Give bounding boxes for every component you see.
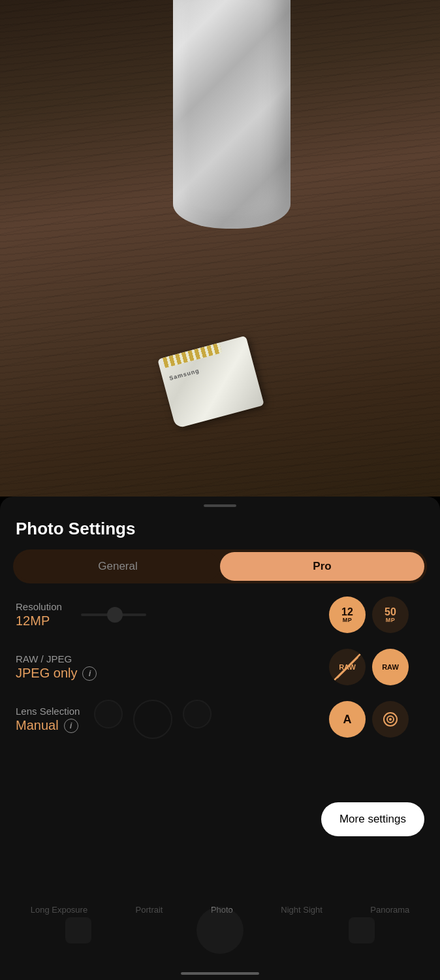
raw-btn[interactable]: RAW xyxy=(372,649,409,685)
lens-options: A xyxy=(329,701,409,738)
no-raw-btn[interactable]: RAW xyxy=(329,649,366,685)
lens-camera-btn[interactable] xyxy=(372,701,409,738)
settings-list: Resolution 12MP 12 MP 50 xyxy=(0,596,440,738)
settings-panel: Photo Settings General Pro Resolution 12… xyxy=(0,497,440,980)
camera-lens-icon xyxy=(382,711,399,728)
camera-viewfinder: Samsung xyxy=(0,0,440,497)
gallery-thumbnail[interactable] xyxy=(65,917,91,943)
resolution-options: 12 MP 50 MP xyxy=(329,596,409,633)
tab-switcher: General Pro xyxy=(13,549,427,583)
resolution-slider[interactable] xyxy=(81,613,146,616)
home-indicator xyxy=(181,972,259,975)
shutter-button[interactable] xyxy=(196,907,244,954)
settings-icon[interactable] xyxy=(349,917,375,943)
scene-object-cup xyxy=(173,0,291,229)
svg-point-3 xyxy=(389,718,392,721)
lens-selection-setting: Lens Selection Manual i A xyxy=(16,701,424,738)
raw-jpeg-options: RAW RAW xyxy=(329,649,409,685)
resolution-setting: Resolution 12MP 12 MP 50 xyxy=(16,596,424,633)
raw-jpeg-setting: RAW / JPEG JPEG only i RAW RAW xyxy=(16,649,424,685)
lens-circles xyxy=(94,700,212,739)
resolution-50mp-btn[interactable]: 50 MP xyxy=(372,596,409,633)
tab-general[interactable]: General xyxy=(16,552,220,581)
camera-bottom-controls xyxy=(0,907,440,954)
raw-jpeg-help-icon[interactable]: i xyxy=(82,666,97,681)
lens-auto-btn[interactable]: A xyxy=(329,701,366,738)
lens-help-icon[interactable]: i xyxy=(64,719,78,733)
resolution-12mp-btn[interactable]: 12 MP xyxy=(329,596,366,633)
tab-pro[interactable]: Pro xyxy=(220,552,424,581)
panel-title: Photo Settings xyxy=(0,507,440,549)
more-settings-button[interactable]: More settings xyxy=(321,802,424,836)
